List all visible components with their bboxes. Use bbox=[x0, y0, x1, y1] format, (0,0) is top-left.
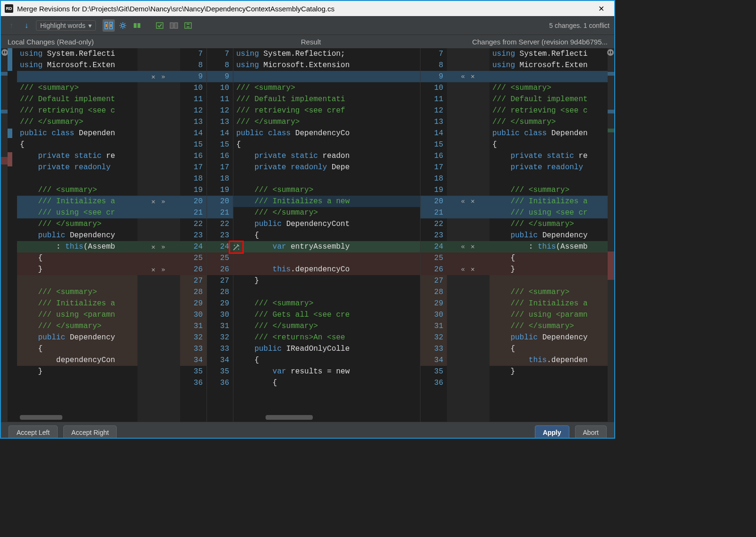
code-line[interactable]: { bbox=[17, 343, 137, 355]
code-line[interactable]: public class Dependen bbox=[17, 128, 137, 139]
merge-action[interactable]: ✕ » bbox=[137, 71, 180, 82]
code-line[interactable]: /// retrieving <see c bbox=[17, 105, 137, 116]
code-line[interactable]: /// Initializes a bbox=[490, 196, 608, 207]
code-line[interactable] bbox=[490, 71, 608, 82]
merge-action[interactable]: « ✕ bbox=[447, 71, 490, 82]
code-line[interactable]: /// Initializes a bbox=[17, 298, 137, 309]
code-line[interactable]: /// <returns>An <see bbox=[233, 332, 420, 343]
code-line[interactable] bbox=[490, 275, 608, 286]
code-line[interactable]: /// using <see cr bbox=[490, 207, 608, 218]
apply-nonconflict-right-icon[interactable] bbox=[182, 19, 194, 32]
code-line[interactable] bbox=[233, 252, 420, 264]
apply-button[interactable]: Apply bbox=[535, 425, 569, 439]
code-line[interactable]: } bbox=[233, 275, 420, 286]
code-line[interactable]: private static re bbox=[17, 150, 137, 162]
right-overview-ruler[interactable]: ▮▮ bbox=[608, 48, 614, 422]
next-diff-icon[interactable]: ↓ bbox=[21, 20, 32, 31]
accept-left-button[interactable]: Accept Left bbox=[9, 425, 58, 439]
code-line[interactable]: this.dependen bbox=[490, 355, 608, 366]
code-line[interactable]: /// </summary> bbox=[17, 218, 137, 230]
center-scrollbar[interactable] bbox=[266, 415, 313, 420]
apply-nonconflict-both-icon[interactable] bbox=[168, 19, 180, 32]
code-line[interactable] bbox=[490, 377, 608, 389]
code-line[interactable]: /// <summary> bbox=[17, 184, 137, 196]
code-line[interactable]: } bbox=[17, 366, 137, 377]
code-line[interactable]: { bbox=[233, 355, 420, 366]
highlight-mode-dropdown[interactable]: Highlight words ▾ bbox=[36, 20, 96, 31]
code-line[interactable]: { bbox=[490, 343, 608, 355]
code-line[interactable] bbox=[17, 377, 137, 389]
left-code-pane[interactable]: using System.Reflectiusing Microsoft.Ext… bbox=[8, 48, 137, 422]
merge-action[interactable]: « ✕ bbox=[447, 264, 490, 275]
code-line[interactable]: private readonly Depe bbox=[233, 162, 420, 173]
code-line[interactable]: public DependencyCont bbox=[233, 218, 420, 230]
code-line[interactable]: var results = new bbox=[233, 366, 420, 377]
code-line[interactable]: public Dependency bbox=[17, 230, 137, 241]
code-line[interactable]: { bbox=[490, 252, 608, 264]
left-action-gutter[interactable]: ✕ »✕ »✕ »✕ » bbox=[137, 48, 180, 422]
code-line[interactable]: /// </summary> bbox=[490, 116, 608, 128]
code-line[interactable]: { bbox=[233, 139, 420, 150]
code-line[interactable]: /// Initializes a bbox=[17, 196, 137, 207]
code-line[interactable]: /// <summary> bbox=[233, 184, 420, 196]
code-line[interactable]: /// using <paramn bbox=[490, 309, 608, 320]
code-line[interactable]: /// <summary> bbox=[490, 82, 608, 94]
code-line[interactable]: /// </summary> bbox=[490, 218, 608, 230]
prev-diff-icon[interactable]: ↑ bbox=[6, 20, 17, 31]
sync-scroll-icon[interactable] bbox=[103, 19, 115, 32]
code-line[interactable]: /// <summary> bbox=[17, 82, 137, 94]
code-line[interactable] bbox=[233, 71, 420, 82]
code-line[interactable]: /// </summary> bbox=[233, 207, 420, 218]
code-line[interactable]: using Microsoft.Exten bbox=[490, 60, 608, 71]
code-line[interactable]: using Microsoft.Exten bbox=[17, 60, 137, 71]
code-line[interactable]: /// using <see cr bbox=[17, 207, 137, 218]
merge-action[interactable]: ✕ » bbox=[137, 264, 180, 275]
code-line[interactable]: public class DependencyCo bbox=[233, 128, 420, 139]
code-line[interactable]: : this(Assemb bbox=[490, 241, 608, 252]
code-line[interactable]: { bbox=[490, 139, 608, 150]
code-line[interactable]: /// </summary> bbox=[17, 320, 137, 332]
code-line[interactable]: /// </summary> bbox=[490, 320, 608, 332]
accept-right-button[interactable]: Accept Right bbox=[63, 425, 117, 439]
code-line[interactable]: public class Dependen bbox=[490, 128, 608, 139]
code-line[interactable]: : this(Assemb bbox=[17, 241, 137, 252]
code-line[interactable]: /// Default implementati bbox=[233, 94, 420, 105]
code-line[interactable]: private static re bbox=[490, 150, 608, 162]
code-line[interactable]: /// retrieving <see cref bbox=[233, 105, 420, 116]
code-line[interactable]: private static readon bbox=[233, 150, 420, 162]
code-line[interactable]: /// <summary> bbox=[233, 298, 420, 309]
magic-resolve-icon[interactable] bbox=[229, 241, 244, 254]
code-line[interactable]: public IReadOnlyColle bbox=[233, 343, 420, 355]
code-line[interactable]: /// retrieving <see c bbox=[490, 105, 608, 116]
code-line[interactable]: /// Default implement bbox=[17, 94, 137, 105]
code-line[interactable]: /// <summary> bbox=[233, 82, 420, 94]
merge-action[interactable]: ✕ » bbox=[137, 196, 180, 207]
code-line[interactable]: /// <summary> bbox=[17, 286, 137, 298]
code-line[interactable]: /// Initializes a bbox=[490, 298, 608, 309]
apply-nonconflict-left-icon[interactable] bbox=[154, 19, 166, 32]
code-line[interactable]: this.dependencyCo bbox=[233, 264, 420, 275]
code-line[interactable] bbox=[17, 275, 137, 286]
code-line[interactable]: { bbox=[17, 139, 137, 150]
code-line[interactable]: } bbox=[490, 366, 608, 377]
close-button[interactable]: ✕ bbox=[592, 2, 610, 15]
settings-icon[interactable] bbox=[117, 19, 129, 32]
right-code-pane[interactable]: using System.Reflectiusing Microsoft.Ext… bbox=[490, 48, 608, 422]
code-line[interactable]: using System.Reflecti bbox=[490, 48, 608, 60]
merge-action[interactable]: ✕ » bbox=[137, 241, 180, 252]
code-line[interactable] bbox=[17, 173, 137, 184]
code-line[interactable]: /// <summary> bbox=[490, 286, 608, 298]
code-line[interactable]: using System.Reflection; bbox=[233, 48, 420, 60]
code-line[interactable]: /// Default implement bbox=[490, 94, 608, 105]
code-line[interactable]: /// <summary> bbox=[490, 184, 608, 196]
code-line[interactable]: dependencyCon bbox=[17, 355, 137, 366]
merge-action[interactable]: « ✕ bbox=[447, 241, 490, 252]
code-line[interactable]: { bbox=[233, 377, 420, 389]
code-line[interactable]: public Dependency bbox=[490, 332, 608, 343]
code-line[interactable] bbox=[490, 173, 608, 184]
code-line[interactable]: } bbox=[490, 264, 608, 275]
code-line[interactable]: } bbox=[17, 264, 137, 275]
code-line[interactable]: private readonly bbox=[490, 162, 608, 173]
code-line[interactable]: /// Gets all <see cre bbox=[233, 309, 420, 320]
code-line[interactable]: /// </summary> bbox=[233, 116, 420, 128]
